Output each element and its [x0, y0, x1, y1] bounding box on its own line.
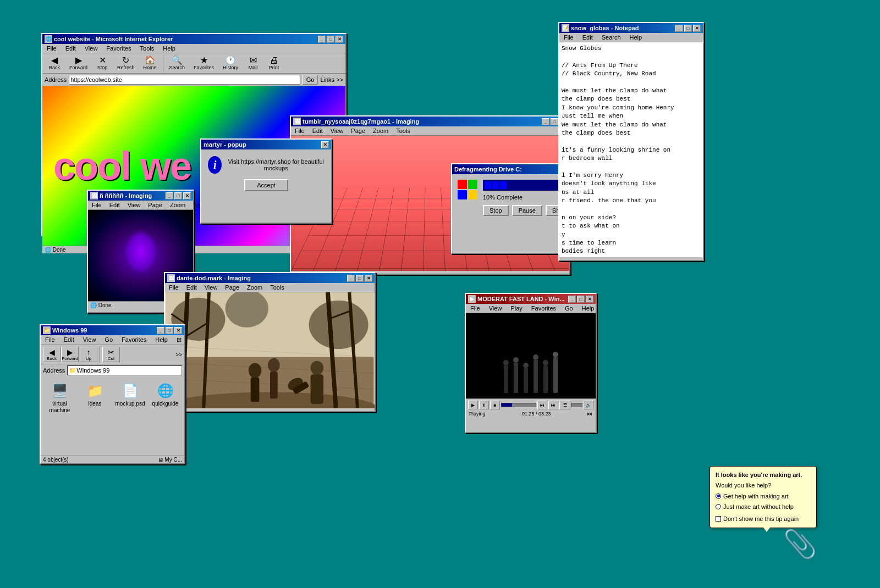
popup-close-button[interactable]: ✕: [321, 141, 329, 148]
win99-back-button[interactable]: ◀ Back: [43, 347, 61, 362]
imaging-dante-edit[interactable]: Edit: [185, 284, 199, 291]
media-view[interactable]: View: [487, 304, 504, 312]
imaging-small-close[interactable]: ✕: [183, 192, 191, 199]
defrag-pause-button[interactable]: Pause: [512, 205, 542, 216]
notepad-search[interactable]: Search: [600, 34, 623, 41]
notepad-content[interactable]: Snow Globes // Ants From Up There // Bla…: [559, 42, 703, 257]
imaging-main-view[interactable]: View: [329, 127, 345, 135]
ie-menu-help[interactable]: Help: [161, 45, 178, 52]
imaging-main-edit[interactable]: Edit: [311, 127, 324, 135]
win99-up-button[interactable]: ↑ Up: [80, 347, 97, 362]
imaging-small-view[interactable]: View: [126, 201, 142, 209]
icon-quickguide[interactable]: 🌐 quickguide: [149, 382, 182, 414]
win99-maximize[interactable]: □: [166, 327, 173, 334]
imaging-small-edit[interactable]: Edit: [108, 201, 122, 209]
imaging-main-page[interactable]: Page: [349, 127, 367, 135]
ie-menu-file[interactable]: File: [45, 45, 59, 52]
media-favorites[interactable]: Favorites: [529, 304, 558, 312]
defrag-stop-button[interactable]: Stop: [483, 205, 509, 216]
imaging-main-maximize[interactable]: □: [551, 118, 558, 125]
imaging-dante-view[interactable]: View: [203, 284, 219, 291]
ie-search-button[interactable]: 🔍 Search: [166, 54, 189, 72]
media-next-button[interactable]: ⏭: [548, 401, 558, 409]
icon-virtual-machine[interactable]: 🖥️ virtualmachine: [43, 382, 76, 414]
ie-maximize-button[interactable]: □: [327, 36, 334, 43]
ie-favorites-button[interactable]: ★ Favorites: [190, 54, 218, 72]
ie-back-button[interactable]: ◀ Back: [45, 54, 64, 72]
ie-go-button[interactable]: Go: [302, 75, 318, 85]
imaging-dante-minimize[interactable]: _: [347, 275, 355, 282]
popup-accept-button[interactable]: Accept: [244, 179, 288, 191]
media-stop-button[interactable]: ■: [490, 401, 500, 409]
ie-history-button[interactable]: 🕐 History: [219, 54, 242, 72]
media-list-button[interactable]: ☰: [559, 401, 570, 409]
imaging-main-zoom[interactable]: Zoom: [371, 127, 390, 135]
win99-help[interactable]: Help: [153, 336, 170, 344]
imaging-small-maximize[interactable]: □: [174, 192, 182, 199]
media-volume-slider[interactable]: [571, 403, 582, 407]
imaging-dante-maximize[interactable]: □: [356, 275, 364, 282]
ie-menu-tools[interactable]: Tools: [138, 45, 157, 52]
ie-menu-favorites[interactable]: Favorites: [104, 45, 133, 52]
clippy-checkbox3[interactable]: [716, 516, 721, 522]
icon-mockup[interactable]: 📄 mockup.psd: [114, 382, 146, 414]
media-pause-button[interactable]: ⏸: [479, 401, 489, 409]
media-close[interactable]: ✕: [586, 296, 593, 303]
win99-minimize[interactable]: _: [157, 327, 164, 334]
ie-stop-button[interactable]: ✕ Stop: [92, 54, 112, 72]
ie-close-button[interactable]: ✕: [336, 36, 343, 43]
imaging-dante-page[interactable]: Page: [223, 284, 241, 291]
ie-mail-button[interactable]: ✉ Mail: [243, 54, 263, 72]
win99-toolbar: ◀ Back ▶ Forward ↑ Up ✂ Cut >>: [41, 345, 184, 364]
ie-home-button[interactable]: 🏠 Home: [140, 54, 161, 72]
win99-edit[interactable]: Edit: [62, 336, 76, 344]
win99-go[interactable]: Go: [102, 336, 115, 344]
imaging-dante-zoom[interactable]: Zoom: [245, 284, 264, 291]
clippy-option3[interactable]: Don't show me this tip again: [716, 515, 811, 523]
media-go[interactable]: Go: [563, 304, 575, 312]
media-seek-bar[interactable]: [501, 403, 536, 407]
notepad-maximize[interactable]: □: [684, 25, 692, 32]
media-file[interactable]: File: [468, 304, 482, 312]
imaging-small-page[interactable]: Page: [146, 201, 164, 209]
notepad-edit[interactable]: Edit: [580, 34, 595, 41]
win99-address-input[interactable]: 📁 Windows 99: [67, 365, 182, 375]
ie-forward-button[interactable]: ▶ Forward: [65, 54, 91, 72]
imaging-dante-close[interactable]: ✕: [365, 275, 372, 282]
ie-print-button[interactable]: 🖨 Print: [264, 54, 284, 72]
win99-favorites[interactable]: Favorites: [119, 336, 148, 344]
ie-minimize-button[interactable]: _: [318, 36, 326, 43]
media-play[interactable]: Play: [508, 304, 524, 312]
win99-forward-button[interactable]: ▶ Forward: [61, 347, 79, 362]
notepad-minimize[interactable]: _: [675, 25, 683, 32]
imaging-main-tools[interactable]: Tools: [394, 127, 412, 135]
notepad-file[interactable]: File: [562, 34, 576, 41]
imaging-dante-file[interactable]: File: [167, 284, 180, 291]
notepad-help[interactable]: Help: [628, 34, 645, 41]
win99-cut-button[interactable]: ✂ Cut: [102, 347, 120, 362]
clippy-option3-text: Don't show me this tip again: [723, 515, 799, 523]
ie-refresh-button[interactable]: ↻ Refresh: [113, 54, 139, 72]
win99-file[interactable]: File: [43, 336, 57, 344]
media-play-button[interactable]: ▶: [468, 401, 478, 409]
notepad-close[interactable]: ✕: [693, 25, 701, 32]
media-maximize[interactable]: □: [577, 296, 585, 303]
media-help[interactable]: Help: [580, 304, 597, 312]
clippy-option1[interactable]: Get help with making art: [716, 492, 811, 501]
clippy-option2[interactable]: Just make art without help: [716, 503, 811, 511]
imaging-dante-tools[interactable]: Tools: [268, 284, 286, 291]
imaging-small-minimize[interactable]: _: [166, 192, 173, 199]
imaging-small-file[interactable]: File: [90, 201, 103, 209]
media-prev-button[interactable]: ⏮: [537, 401, 547, 409]
win99-close[interactable]: ✕: [174, 327, 182, 334]
imaging-main-minimize[interactable]: _: [542, 118, 549, 125]
ie-url-input[interactable]: [69, 75, 300, 85]
media-mute-button[interactable]: 🔊: [584, 401, 593, 409]
icon-ideas[interactable]: 📁 ideas: [79, 382, 111, 414]
imaging-small-zoom[interactable]: Zoom: [168, 201, 187, 209]
media-minimize[interactable]: _: [568, 296, 576, 303]
imaging-main-file[interactable]: File: [293, 127, 306, 135]
ie-menu-edit[interactable]: Edit: [63, 45, 78, 52]
ie-menu-view[interactable]: View: [82, 45, 100, 52]
win99-view[interactable]: View: [81, 336, 98, 344]
